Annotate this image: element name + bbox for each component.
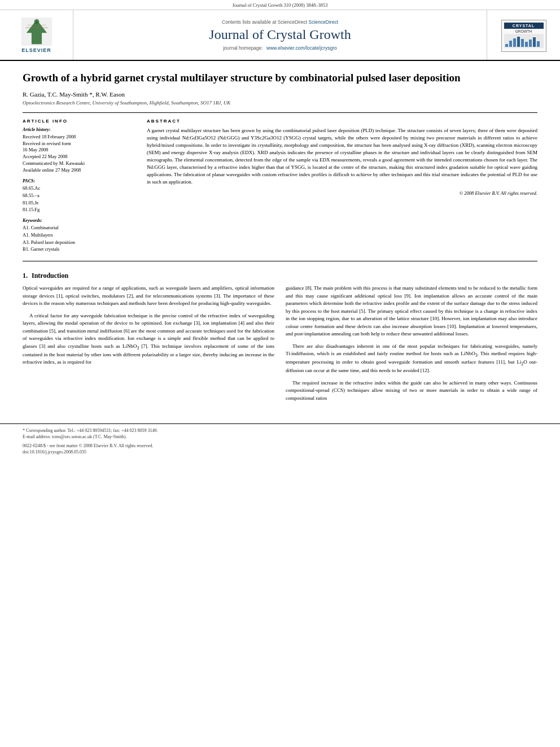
main-content: Growth of a hybrid garnet crystal multil… — [0, 61, 560, 418]
sciencedirect-line: Contents lists available at ScienceDirec… — [222, 19, 338, 25]
article-history-title: Article history: — [23, 127, 135, 132]
crystal-growth-logo-area: CRYSTAL GROWTH — [487, 10, 560, 60]
journal-header: ELSEVIER Contents lists available at Sci… — [0, 10, 560, 61]
keywords-label: Keywords: — [23, 218, 135, 223]
abstract-column: ABSTRACT A garnet crystal multilayer str… — [147, 119, 537, 253]
pacs-block: PACS: 68.65.Ac68.55.−a81.05.Je81.15.Fg — [23, 178, 135, 213]
crystal-badge-line2: GROWTH — [504, 29, 544, 34]
intro-body-columns: Optical waveguides are required for a ra… — [23, 285, 537, 407]
svg-rect-14 — [537, 41, 540, 47]
homepage-line: journal homepage: www.elsevier.com/locat… — [223, 45, 337, 51]
corresponding-author-note: * Corresponding author. Tel.: +44 023 80… — [23, 427, 158, 434]
introduction-section: 1. Introduction Optical waveguides are r… — [23, 272, 537, 407]
page-footer: * Corresponding author. Tel.: +44 023 80… — [0, 423, 560, 458]
footer-notes: * Corresponding author. Tel.: +44 023 80… — [23, 427, 158, 455]
article-title: Growth of a hybrid garnet crystal multil… — [23, 71, 537, 85]
title-divider — [23, 112, 537, 113]
journal-reference-bar: Journal of Crystal Growth 310 (2008) 384… — [0, 0, 560, 10]
abstract-copyright: © 2008 Elsevier B.V. All rights reserved… — [147, 190, 537, 196]
intro-right-col: guidance [8]. The main problem with this… — [286, 285, 537, 407]
intro-para-2: A critical factor for any waveguide fabr… — [23, 312, 274, 366]
crystal-growth-badge: CRYSTAL GROWTH — [501, 20, 546, 52]
journal-title-area: Contents lists available at ScienceDirec… — [73, 10, 487, 60]
pacs-label: PACS: — [23, 178, 135, 184]
accepted-date: Accepted 22 May 2008 — [23, 154, 135, 160]
svg-rect-8 — [513, 38, 516, 47]
svg-rect-12 — [529, 40, 532, 47]
svg-rect-11 — [525, 42, 528, 47]
intro-left-col: Optical waveguides are required for a ra… — [23, 285, 274, 407]
crystal-growth-graphic — [504, 34, 544, 48]
intro-para-1: Optical waveguides are required for a ra… — [23, 285, 274, 308]
sciencedirect-link[interactable]: ScienceDirect — [309, 19, 338, 25]
received-date: Received 18 February 2008 — [23, 134, 135, 141]
elsevier-wordmark: ELSEVIER — [21, 47, 51, 53]
abstract-label: ABSTRACT — [147, 119, 537, 124]
authors-line: R. Gazia, T.C. May-Smith *, R.W. Eason — [23, 91, 537, 98]
content-divider — [23, 261, 537, 261]
crystal-badge-line1: CRYSTAL — [504, 23, 544, 29]
affiliation-line: Optoelectronics Research Centre, Univers… — [23, 100, 537, 106]
pacs-values: 68.65.Ac68.55.−a81.05.Je81.15.Fg — [23, 185, 135, 213]
homepage-url[interactable]: www.elsevier.com/locate/jcrysgro — [266, 45, 337, 51]
email-note: E-mail address: tcms@orc.soton.ac.uk (T.… — [23, 434, 158, 440]
abstract-text: A garnet crystal multilayer structure ha… — [147, 127, 537, 186]
article-history-block: Article history: Received 18 February 20… — [23, 127, 135, 174]
available-online: Available online 27 May 2008 — [23, 167, 135, 174]
revised-date: 16 May 2008 — [23, 147, 135, 154]
article-info-column: ARTICLE INFO Article history: Received 1… — [23, 119, 135, 253]
journal-name-heading: Journal of Crystal Growth — [209, 27, 351, 42]
svg-rect-9 — [517, 37, 520, 47]
article-info-label: ARTICLE INFO — [23, 119, 135, 124]
elsevier-tree-icon — [20, 18, 54, 46]
article-info-abstract-section: ARTICLE INFO Article history: Received 1… — [23, 119, 537, 253]
doi-text: doi:10.1016/j.jcrysgro.2008.05.035 — [23, 449, 158, 455]
copyright-doi: 0022-0248/$ - see front matter © 2008 El… — [23, 443, 158, 455]
keywords-block: Keywords: A1. CombinatorialA1. Multilaye… — [23, 218, 135, 253]
elsevier-logo-area: ELSEVIER — [0, 10, 73, 60]
svg-rect-7 — [509, 41, 512, 47]
communicated-by: Communicated by M. Kawasaki — [23, 160, 135, 167]
intro-right-para-3: The required increase in the refractive … — [286, 379, 537, 403]
copyright-text: 0022-0248/$ - see front matter © 2008 El… — [23, 443, 158, 449]
intro-section-title: 1. Introduction — [23, 272, 537, 280]
svg-rect-10 — [521, 39, 524, 47]
journal-reference-text: Journal of Crystal Growth 310 (2008) 384… — [232, 2, 327, 8]
svg-rect-6 — [505, 44, 508, 47]
intro-right-para-2: There are also disadvantages inherent in… — [286, 343, 537, 375]
keywords-values: A1. CombinatorialA1. MultilayersA3. Puls… — [23, 224, 135, 253]
revised-label: Received in revised form — [23, 141, 135, 147]
svg-point-2 — [34, 19, 39, 24]
svg-rect-13 — [533, 37, 536, 47]
intro-right-para-1: guidance [8]. The main problem with this… — [286, 285, 537, 338]
